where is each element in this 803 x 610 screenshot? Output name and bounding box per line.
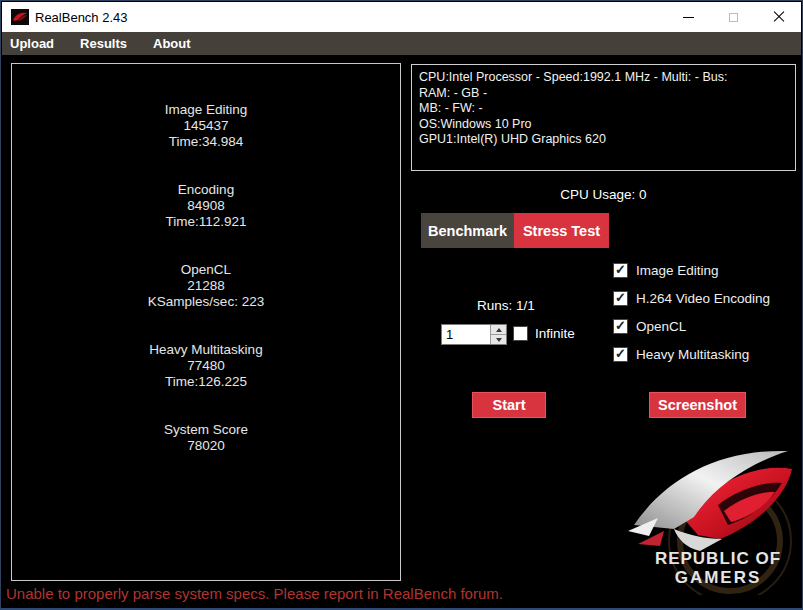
stepper-up-button[interactable] [491,325,506,334]
checkbox-icon[interactable] [613,347,628,362]
runs-stepper[interactable] [441,324,507,345]
stepper-down-button[interactable] [491,334,506,344]
result-score: 145437 [12,118,400,134]
spec-ram: RAM: - GB - [419,86,788,102]
spec-os: OS:Windows 10 Pro [419,117,788,133]
spec-mb: MB: - FW: - [419,101,788,117]
checkbox-label: Image Editing [636,263,719,278]
checkbox-opencl[interactable]: OpenCL [613,318,770,334]
result-score: 78020 [12,438,400,454]
start-button[interactable]: Start [472,392,546,418]
logo-text-line2: GAMERS [675,568,762,587]
rog-logo: REPUBLIC OF GAMERS [618,423,800,595]
result-system-score: System Score 78020 [12,422,400,454]
checkbox-icon[interactable] [613,263,628,278]
checkbox-heavy-multitasking[interactable]: Heavy Multitasking [613,346,770,362]
result-name: OpenCL [12,262,400,278]
checkbox-label: Infinite [535,326,575,341]
system-specs-box: CPU:Intel Processor - Speed:1992.1 MHz -… [411,64,796,171]
titlebar: RealBench 2.43 [2,2,801,32]
window-controls [666,2,801,32]
menu-results[interactable]: Results [67,32,140,55]
runs-input[interactable] [442,325,490,344]
mode-tabs: Benchmark Stress Test [421,213,609,248]
result-score: 21288 [12,278,400,294]
checkbox-icon[interactable] [613,319,628,334]
result-detail: Time:34.984 [12,134,400,150]
checkbox-icon[interactable] [513,326,528,341]
rog-app-icon [11,9,29,25]
result-name: Encoding [12,182,400,198]
result-score: 84908 [12,198,400,214]
maximize-button[interactable] [711,2,756,32]
checkbox-infinite[interactable]: Infinite [513,326,575,341]
cpu-usage-label: CPU Usage: 0 [411,187,796,202]
result-detail: Time:112.921 [12,214,400,230]
menu-upload[interactable]: Upload [2,32,67,55]
window-title: RealBench 2.43 [35,10,128,25]
maximize-icon [729,13,738,22]
checkbox-label: Heavy Multitasking [636,347,749,362]
result-name: Heavy Multitasking [12,342,400,358]
result-name: System Score [12,422,400,438]
chevron-up-icon [496,328,502,332]
test-checkbox-list: Image Editing H.264 Video Encoding OpenC… [613,262,770,374]
status-message: Unable to properly parse system specs. P… [6,585,503,602]
menu-bar: Upload Results About [2,32,801,55]
checkbox-label: H.264 Video Encoding [636,291,770,306]
stepper-buttons [490,325,506,344]
result-score: 77480 [12,358,400,374]
menu-about[interactable]: About [140,32,204,55]
result-detail: KSamples/sec: 223 [12,294,400,310]
realbench-window: RealBench 2.43 Upload Results About Imag… [0,0,803,610]
result-opencl: OpenCL 21288 KSamples/sec: 223 [12,262,400,310]
chevron-down-icon [496,338,502,342]
result-name: Image Editing [12,102,400,118]
results-panel: Image Editing 145437 Time:34.984 Encodin… [11,63,401,581]
close-icon [773,11,785,23]
minimize-icon [683,17,694,18]
rog-eye [628,451,792,551]
runs-label: Runs: 1/1 [441,298,571,313]
checkbox-label: OpenCL [636,319,686,334]
result-encoding: Encoding 84908 Time:112.921 [12,182,400,230]
spec-cpu: CPU:Intel Processor - Speed:1992.1 MHz -… [419,70,788,86]
checkbox-image-editing[interactable]: Image Editing [613,262,770,278]
minimize-button[interactable] [666,2,711,32]
checkbox-icon[interactable] [613,291,628,306]
result-detail: Time:126.225 [12,374,400,390]
checkbox-h264-video-encoding[interactable]: H.264 Video Encoding [613,290,770,306]
tab-stress-test[interactable]: Stress Test [514,213,609,248]
tab-benchmark[interactable]: Benchmark [421,213,514,248]
screenshot-button[interactable]: Screenshot [649,392,746,418]
result-image-editing: Image Editing 145437 Time:34.984 [12,102,400,150]
result-heavy-multitasking: Heavy Multitasking 77480 Time:126.225 [12,342,400,390]
close-button[interactable] [756,2,801,32]
spec-gpu: GPU1:Intel(R) UHD Graphics 620 [419,132,788,148]
logo-text-line1: REPUBLIC OF [655,549,781,568]
